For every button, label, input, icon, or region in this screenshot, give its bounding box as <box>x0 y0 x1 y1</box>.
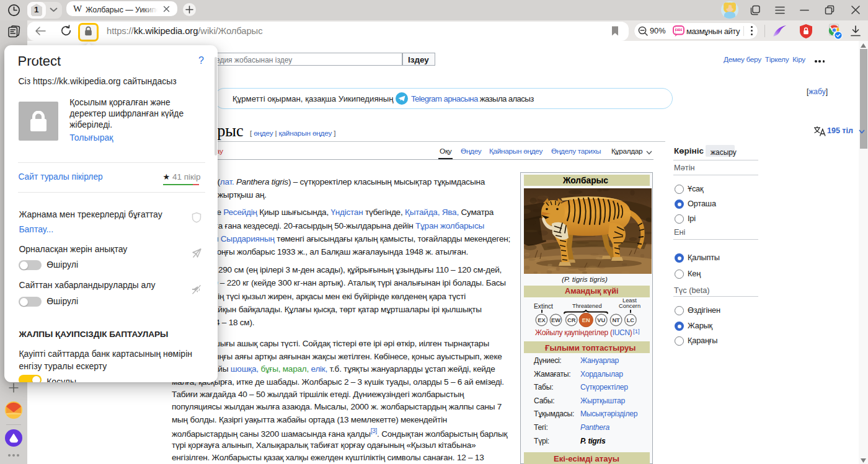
svg-text:“: “ <box>678 27 683 36</box>
svg-text:EX: EX <box>538 317 546 323</box>
svg-text:VU: VU <box>597 317 605 323</box>
svg-text:NT: NT <box>612 317 620 323</box>
svg-text:EW: EW <box>551 317 560 323</box>
svg-text:CR: CR <box>567 317 576 323</box>
svg-text:LC: LC <box>627 317 635 323</box>
svg-text:EN: EN <box>582 317 590 323</box>
